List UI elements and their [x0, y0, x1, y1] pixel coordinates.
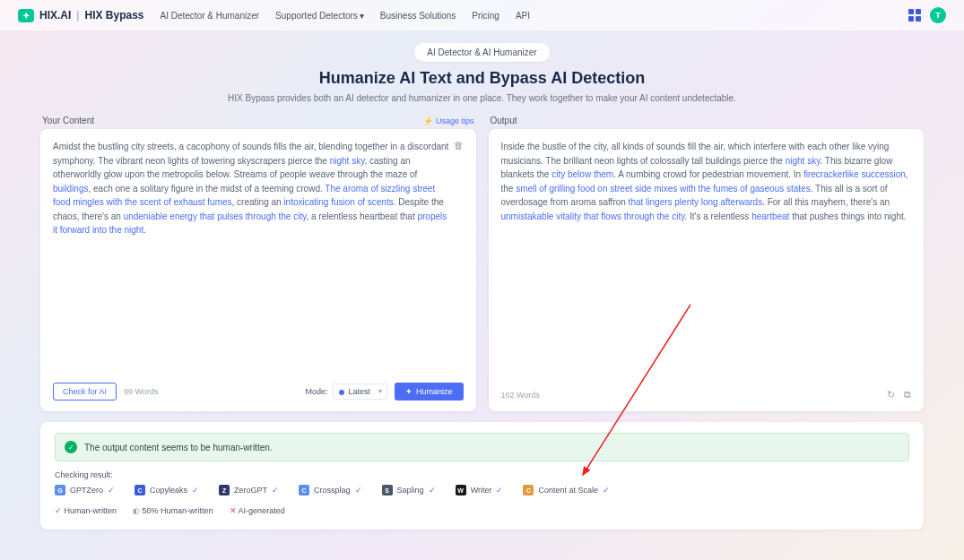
hero: AI Detector & AI Humanizer Humanize AI T… [0, 30, 964, 110]
refresh-icon[interactable]: ↻ [887, 389, 895, 401]
detector-item: SSapling✓ [382, 485, 436, 495]
detector-icon: C [523, 485, 534, 495]
detector-item: CContent at Scale✓ [523, 485, 610, 495]
hero-title: Humanize AI Text and Bypass AI Detection [18, 69, 946, 88]
legend-human: ✓ Human-written [55, 506, 117, 515]
detector-item: GGPTZero✓ [55, 485, 115, 495]
output-footer: 102 Words ↻ ⧉ [501, 382, 912, 401]
nav-detector[interactable]: AI Detector & Humanizer [161, 11, 260, 21]
output-header: Output [489, 114, 925, 129]
usage-tips-link[interactable]: ⚡ Usage tips [423, 116, 474, 125]
output-column: Output Inside the bustle of the city, al… [489, 114, 925, 411]
output-panel: Inside the bustle of the city, all kinds… [489, 129, 925, 411]
topbar-right: T [908, 7, 946, 23]
mode-select[interactable]: Latest▾ [333, 383, 387, 400]
input-panel: Amidst the bustling city streets, a caco… [40, 129, 476, 411]
detector-name: GPTZero [70, 486, 103, 495]
chevron-down-icon: ▾ [378, 387, 382, 395]
panels: Your Content ⚡ Usage tips Amidst the bus… [0, 110, 964, 411]
brand-main: HIX.AI [39, 9, 71, 22]
detector-item: CCrossplag✓ [299, 485, 362, 495]
legend-ai: ✕ AI-generated [230, 506, 285, 515]
input-word-count: 99 Words [124, 387, 158, 396]
detector-item: WWriter✓ [456, 485, 504, 495]
avatar[interactable]: T [930, 7, 946, 23]
nav-business[interactable]: Business Solutions [380, 11, 456, 21]
detector-icon: G [55, 485, 65, 495]
check-circle-icon: ✓ [65, 441, 77, 453]
detectors-row: GGPTZero✓CCopyleaks✓ZZeroGPT✓CCrossplag✓… [55, 485, 909, 495]
brand-divider: | [76, 9, 79, 22]
brand-sub: HIX Bypass [84, 9, 143, 22]
check-ai-button[interactable]: Check for AI [53, 383, 117, 401]
detector-name: ZeroGPT [234, 486, 267, 495]
detector-name: Sapling [397, 486, 424, 495]
detector-icon: W [456, 485, 466, 495]
sparkle-icon: ✦ [405, 387, 413, 396]
input-footer: Check for AI 99 Words Mode: Latest▾ ✦ Hu… [53, 375, 464, 401]
nav-pricing[interactable]: Pricing [472, 11, 499, 21]
output-text: Inside the bustle of the city, all kinds… [501, 140, 912, 223]
detector-icon: C [299, 485, 309, 495]
chevron-down-icon: ▾ [360, 11, 364, 21]
input-header: Your Content ⚡ Usage tips [40, 114, 476, 129]
apps-grid-icon[interactable] [908, 9, 921, 22]
bolt-icon: ⚡ [423, 116, 433, 125]
logo-icon: ✦ [18, 9, 34, 22]
detector-item: ZZeroGPT✓ [219, 485, 279, 495]
mode-group: Mode: Latest▾ [305, 383, 387, 400]
nav-links: AI Detector & Humanizer Supported Detect… [161, 11, 531, 21]
hero-subtitle: HIX Bypass provides both an AI detector … [18, 93, 946, 103]
input-text[interactable]: Amidst the bustling city streets, a caco… [53, 140, 454, 237]
topbar-left: ✦ HIX.AI | HIX Bypass AI Detector & Huma… [18, 9, 530, 22]
logo[interactable]: ✦ HIX.AI | HIX Bypass [18, 9, 144, 22]
detector-icon: S [382, 485, 393, 495]
check-icon: ✓ [496, 486, 503, 495]
copy-icon[interactable]: ⧉ [904, 389, 911, 401]
topbar: ✦ HIX.AI | HIX Bypass AI Detector & Huma… [0, 0, 964, 30]
check-icon: ✓ [355, 486, 362, 495]
detector-name: Crossplag [314, 486, 351, 495]
output-actions: ↻ ⧉ [887, 389, 911, 401]
detector-icon: Z [219, 485, 230, 495]
input-column: Your Content ⚡ Usage tips Amidst the bus… [40, 114, 476, 411]
check-icon: ✓ [429, 486, 436, 495]
input-label: Your Content [42, 116, 94, 125]
detector-name: Writer [471, 486, 492, 495]
trash-icon[interactable]: 🗑 [454, 140, 464, 237]
nav-supported[interactable]: Supported Detectors▾ [275, 11, 364, 21]
mode-label: Mode: [305, 387, 327, 396]
output-label: Output [491, 116, 517, 125]
hero-badge: AI Detector & AI Humanizer [414, 43, 549, 62]
check-icon: ✓ [603, 486, 610, 495]
detector-icon: C [135, 485, 145, 495]
detector-name: Content at Scale [538, 486, 598, 495]
nav-api[interactable]: API [516, 11, 530, 21]
result-card: ✓ The output content seems to be human-w… [40, 422, 924, 530]
detector-name: Copyleaks [150, 486, 187, 495]
check-icon: ✓ [272, 486, 279, 495]
result-banner-text: The output content seems to be human-wri… [84, 443, 273, 452]
result-banner: ✓ The output content seems to be human-w… [55, 433, 909, 461]
humanize-button[interactable]: ✦ Humanize [395, 383, 464, 401]
legend: ✓ Human-written ◐ 50% Human-written ✕ AI… [55, 506, 909, 515]
output-word-count: 102 Words [501, 391, 540, 400]
check-icon: ✓ [108, 486, 115, 495]
input-top: Amidst the bustling city streets, a caco… [53, 140, 464, 237]
detector-item: CCopyleaks✓ [135, 485, 199, 495]
checking-label: Checking result: [55, 470, 909, 479]
mode-dot-icon [339, 390, 344, 395]
check-icon: ✓ [192, 486, 199, 495]
legend-half: ◐ 50% Human-written [133, 506, 213, 515]
